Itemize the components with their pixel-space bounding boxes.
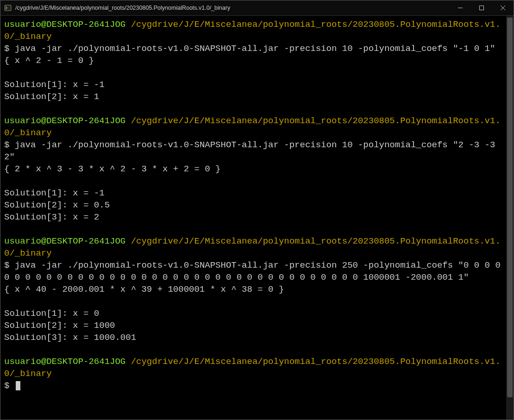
command-text: java -jar ./polynomial-roots-v1.0-SNAPSH… <box>4 140 501 162</box>
window-controls <box>450 0 514 15</box>
output-line <box>4 103 506 115</box>
prompt-symbol: $ <box>4 44 15 54</box>
titlebar[interactable]: /cygdrive/J/E/Miscelanea/polynomial_root… <box>0 0 514 16</box>
scrollbar[interactable] <box>506 16 514 420</box>
output-line: Solution[1]: x = -1 <box>4 79 506 91</box>
command-line: $ java -jar ./polynomial-roots-v1.0-SNAP… <box>4 139 506 163</box>
command-line[interactable]: $ <box>4 380 506 392</box>
scrollbar-thumb[interactable] <box>507 18 513 397</box>
prompt-user-host: usuario@DESKTOP-2641JOG <box>4 19 125 30</box>
command-text: java -jar ./polynomial-roots-v1.0-SNAPSH… <box>4 260 506 282</box>
output-line: Solution[1]: x = 0 <box>4 307 506 320</box>
prompt: usuario@DESKTOP-2641JOG /cygdrive/J/E/Mi… <box>4 116 501 138</box>
prompt-user-host: usuario@DESKTOP-2641JOG <box>4 357 125 367</box>
output-line: { 2 * x ^ 3 - 3 * x ^ 2 - 3 * x + 2 = 0 … <box>4 163 506 175</box>
output-line <box>4 295 506 307</box>
prompt-user-host: usuario@DESKTOP-2641JOG <box>4 236 125 246</box>
svg-rect-2 <box>480 6 484 10</box>
output-line: Solution[2]: x = 0.5 <box>4 199 506 211</box>
output-line: { x ^ 40 - 2000.001 * x ^ 39 + 1000001 *… <box>4 283 506 295</box>
output-line <box>4 344 506 356</box>
maximize-button[interactable] <box>471 0 492 15</box>
output-line: Solution[3]: x = 1000.001 <box>4 332 506 344</box>
prompt-symbol: $ <box>4 140 15 150</box>
window-title: /cygdrive/J/E/Miscelanea/polynomial_root… <box>15 5 450 11</box>
app-icon <box>4 4 12 12</box>
output-line: Solution[2]: x = 1 <box>4 91 506 103</box>
output-line <box>4 223 506 235</box>
terminal-output[interactable]: usuario@DESKTOP-2641JOG /cygdrive/J/E/Mi… <box>0 16 506 420</box>
output-line: Solution[2]: x = 1000 <box>4 320 506 332</box>
cursor <box>16 381 20 390</box>
prompt-symbol: $ <box>4 381 15 391</box>
command-text: java -jar ./polynomial-roots-v1.0-SNAPSH… <box>15 44 495 54</box>
terminal-window: /cygdrive/J/E/Miscelanea/polynomial_root… <box>0 0 514 420</box>
command-line: $ java -jar ./polynomial-roots-v1.0-SNAP… <box>4 259 506 283</box>
prompt: usuario@DESKTOP-2641JOG /cygdrive/J/E/Mi… <box>4 19 501 42</box>
output-line: Solution[3]: x = 2 <box>4 211 506 223</box>
prompt-user-host: usuario@DESKTOP-2641JOG <box>4 116 125 126</box>
terminal-body: usuario@DESKTOP-2641JOG /cygdrive/J/E/Mi… <box>0 16 514 420</box>
minimize-button[interactable] <box>450 0 471 15</box>
output-line: Solution[1]: x = -1 <box>4 187 506 199</box>
close-button[interactable] <box>492 0 514 15</box>
output-line: { x ^ 2 - 1 = 0 } <box>4 55 506 67</box>
output-line <box>4 175 506 187</box>
prompt-symbol: $ <box>4 260 15 270</box>
svg-rect-0 <box>5 5 11 11</box>
command-line: $ java -jar ./polynomial-roots-v1.0-SNAP… <box>4 43 506 55</box>
prompt: usuario@DESKTOP-2641JOG /cygdrive/J/E/Mi… <box>4 357 501 379</box>
prompt: usuario@DESKTOP-2641JOG /cygdrive/J/E/Mi… <box>4 236 501 258</box>
output-line <box>4 67 506 79</box>
